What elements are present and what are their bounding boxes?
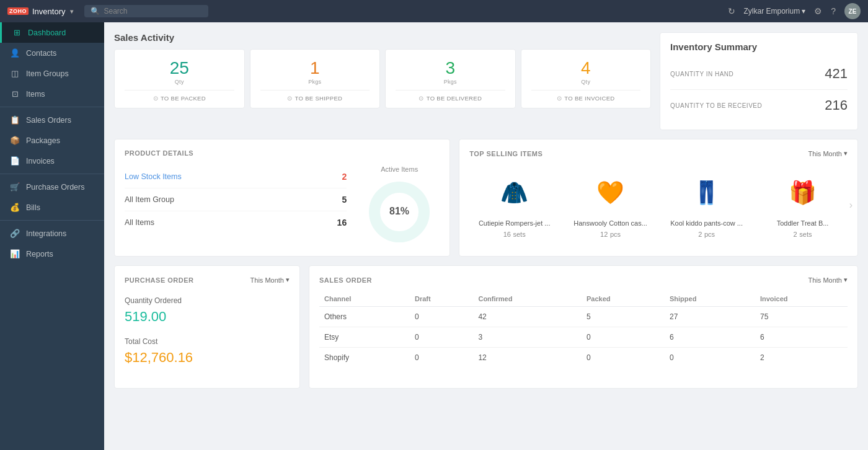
stat-card-to-be-delivered[interactable]: 3 Pkgs ⊙ TO BE DELIVERED	[385, 49, 516, 108]
bottom-row: PURCHASE ORDER This Month ▾ Quantity Ord…	[114, 265, 858, 389]
so-filter[interactable]: This Month ▾	[808, 276, 848, 284]
ts-img-1: 🧥	[493, 171, 536, 214]
middle-row: PRODUCT DETAILS Low Stock Items 2 All It…	[114, 139, 858, 257]
ts-item-3[interactable]: 👖 Kool kiddo pants-cow ... 2 pcs	[662, 166, 751, 244]
top-selling-section: TOP SELLING ITEMS This Month ▾ 🧥 Cutiepi…	[459, 139, 858, 257]
search-bar[interactable]: 🔍	[84, 5, 208, 17]
stat-footer-shipped: ⊙ TO BE SHIPPED	[260, 90, 370, 102]
pd-row-all-item-group[interactable]: All Item Group 5	[125, 188, 347, 211]
settings-icon[interactable]: ⚙	[814, 6, 822, 16]
app-dropdown-icon[interactable]: ▾	[70, 8, 73, 15]
sidebar-item-item-groups[interactable]: ◫ Item Groups	[0, 63, 104, 84]
sidebar-item-dashboard[interactable]: ⊞ Dashboard	[0, 22, 104, 43]
ts-item-1[interactable]: 🧥 Cutiepie Rompers-jet ... 16 sets	[469, 166, 559, 244]
stat-unit-packed: Qty	[125, 79, 234, 85]
sidebar-item-integrations[interactable]: 🔗 Integrations	[0, 223, 104, 244]
sidebar-item-purchase-orders[interactable]: 🛒 Purchase Orders	[0, 177, 104, 197]
avatar[interactable]: ZE	[844, 3, 861, 19]
search-input[interactable]	[104, 7, 190, 15]
ts-qty-3: 2 pcs	[664, 229, 749, 239]
stat-footer-label: TO BE INVOICED	[564, 95, 614, 102]
sidebar: ⊞ Dashboard 👤 Contacts ◫ Item Groups ⊡ I…	[0, 22, 104, 450]
stat-card-to-be-packed[interactable]: 25 Qty ⊙ TO BE PACKED	[114, 49, 245, 108]
sidebar-item-label: Bills	[26, 203, 40, 212]
sidebar-item-label: Reports	[26, 250, 53, 258]
sidebar-item-label: Sales Orders	[26, 116, 71, 125]
pd-value-low-stock: 2	[342, 172, 347, 182]
row-channel-etsy: Etsy	[319, 327, 410, 348]
sidebar-divider	[0, 107, 104, 107]
stat-footer-label: TO BE PACKED	[161, 95, 206, 102]
inv-row-hand: QUANTITY IN HAND 421	[670, 58, 848, 90]
po-qty-stat: Quantity Ordered 519.00	[125, 296, 290, 325]
help-icon[interactable]: ?	[831, 6, 836, 16]
stat-unit-invoiced: Qty	[531, 79, 641, 85]
ts-img-2: 🧡	[589, 171, 632, 214]
po-filter[interactable]: This Month ▾	[250, 276, 290, 284]
sidebar-item-sales-orders[interactable]: 📋 Sales Orders	[0, 110, 104, 130]
ts-title: TOP SELLING ITEMS	[469, 150, 542, 157]
pd-label-all-items: All Items	[125, 218, 154, 227]
col-channel: Channel	[319, 291, 410, 307]
sidebar-item-contacts[interactable]: 👤 Contacts	[0, 43, 104, 63]
ts-next-icon[interactable]: ›	[849, 200, 852, 211]
sidebar-item-packages[interactable]: 📦 Packages	[0, 130, 104, 151]
product-details-body: Low Stock Items 2 All Item Group 5 All I…	[125, 165, 440, 246]
ts-item-2[interactable]: 🧡 Hanswooly Cotton cas... 12 pcs	[565, 166, 655, 244]
ts-name-1: Cutiepie Rompers-jet ...	[472, 219, 557, 227]
sales-activity-section: Sales Activity 25 Qty ⊙ TO BE PACKED 1 P…	[114, 32, 651, 130]
so-filter-icon: ▾	[844, 276, 848, 284]
ts-name-4: Toddler Treat B...	[760, 219, 845, 227]
ts-filter-icon: ▾	[844, 149, 848, 157]
stat-number-shipped: 1	[260, 58, 370, 78]
stat-card-to-be-invoiced[interactable]: 4 Qty ⊙ TO BE INVOICED	[521, 49, 652, 108]
sidebar-item-bills[interactable]: 💰 Bills	[0, 197, 104, 218]
packed-icon: ⊙	[153, 95, 158, 102]
row-shipped-shopify: 0	[665, 348, 755, 368]
org-name[interactable]: Zylkar Emporium ▾	[744, 7, 806, 15]
stat-card-to-be-shipped[interactable]: 1 Pkgs ⊙ TO BE SHIPPED	[250, 49, 381, 108]
app-body: ⊞ Dashboard 👤 Contacts ◫ Item Groups ⊡ I…	[0, 22, 868, 450]
product-details-title: PRODUCT DETAILS	[125, 149, 440, 157]
sidebar-item-items[interactable]: ⊡ Items	[0, 84, 104, 104]
ts-filter[interactable]: This Month ▾	[808, 149, 848, 157]
dashboard-icon: ⊞	[12, 28, 22, 37]
po-cost-value: $12,760.16	[125, 350, 290, 366]
bills-icon: 💰	[10, 203, 20, 212]
invoiced-icon: ⊙	[557, 95, 562, 102]
refresh-icon[interactable]: ↻	[728, 6, 735, 16]
stat-number-delivered: 3	[396, 58, 505, 78]
topnav-right: ↻ Zylkar Emporium ▾ ⚙ ? ZE	[728, 3, 861, 19]
stat-footer-label: TO BE SHIPPED	[295, 95, 343, 102]
pd-row-all-items[interactable]: All Items 16	[125, 211, 347, 234]
inv-label-hand: QUANTITY IN HAND	[670, 71, 733, 77]
donut-label: Active Items	[381, 165, 418, 173]
po-header: PURCHASE ORDER This Month ▾	[125, 276, 290, 284]
po-qty-value: 519.00	[125, 309, 290, 325]
po-qty-label: Quantity Ordered	[125, 296, 290, 305]
pd-row-low-stock[interactable]: Low Stock Items 2	[125, 165, 347, 188]
sidebar-item-label: Items	[26, 90, 45, 99]
sidebar-item-invoices[interactable]: 📄 Invoices	[0, 151, 104, 171]
delivered-icon: ⊙	[418, 95, 423, 102]
app-logo: ZOHO Inventory ▾	[7, 7, 73, 16]
ts-qty-2: 12 pcs	[568, 229, 653, 239]
col-packed: Packed	[582, 291, 665, 307]
table-row: Etsy 0 3 0 6 6	[319, 327, 848, 348]
sales-activity-title: Sales Activity	[114, 32, 651, 43]
ts-qty-1: 16 sets	[472, 229, 557, 239]
col-confirmed: Confirmed	[473, 291, 582, 307]
ts-img-4: 🎁	[781, 171, 825, 214]
ts-item-4[interactable]: 🎁 Toddler Treat B... 2 sets	[758, 166, 848, 244]
search-icon: 🔍	[91, 7, 100, 15]
row-draft-etsy: 0	[410, 327, 473, 348]
row-packed-others: 5	[582, 307, 665, 327]
inventory-summary-section: Inventory Summary QUANTITY IN HAND 421 Q…	[660, 32, 858, 130]
stats-row: 25 Qty ⊙ TO BE PACKED 1 Pkgs ⊙ TO BE SHI…	[114, 49, 651, 108]
topnav: ZOHO Inventory ▾ 🔍 ↻ Zylkar Emporium ▾ ⚙…	[0, 0, 868, 22]
sidebar-item-reports[interactable]: 📊 Reports	[0, 244, 104, 264]
inv-value-hand: 421	[825, 66, 848, 82]
row-confirmed-shopify: 12	[473, 348, 582, 368]
stat-unit-shipped: Pkgs	[260, 79, 370, 85]
pd-value-all-items: 16	[337, 218, 347, 227]
